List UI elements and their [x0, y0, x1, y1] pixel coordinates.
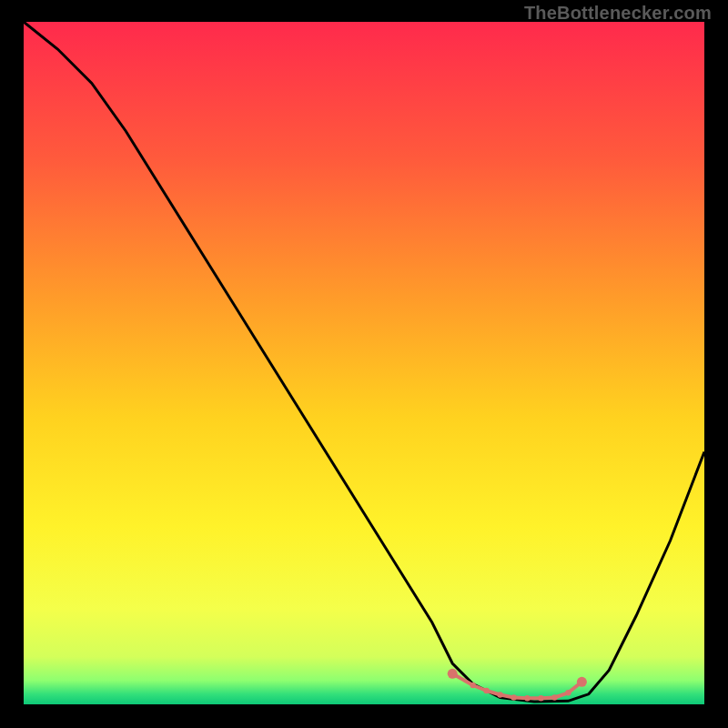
target-marker: [577, 677, 587, 687]
target-marker: [470, 682, 476, 688]
target-marker: [538, 695, 543, 701]
target-marker: [497, 692, 502, 697]
chart-svg: [24, 22, 704, 704]
target-marker: [565, 690, 571, 695]
watermark-text: TheBottlenecker.com: [524, 3, 712, 24]
target-marker: [524, 695, 530, 701]
chart-area: [24, 22, 704, 704]
gradient-backdrop: [24, 22, 704, 704]
target-marker: [483, 688, 489, 693]
chart-container: TheBottlenecker.com: [0, 0, 728, 728]
target-marker: [511, 694, 516, 700]
target-marker: [551, 694, 557, 700]
target-marker: [448, 669, 458, 679]
